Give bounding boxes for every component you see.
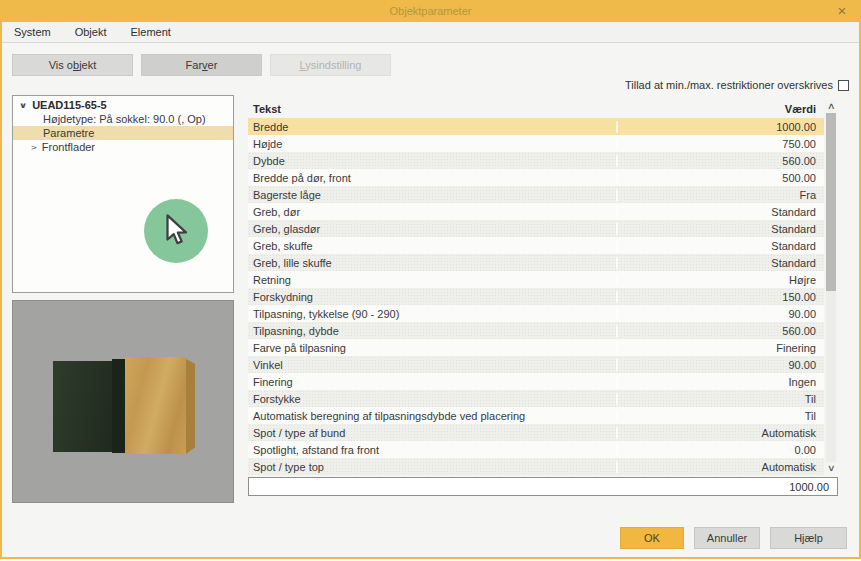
parameter-value[interactable]: 0.00 xyxy=(616,444,824,456)
table-row[interactable]: Bredde 1000.00 xyxy=(248,118,824,135)
tree-root-node[interactable]: ∨ UEAD115-65-5 xyxy=(13,96,233,112)
mouse-cursor-icon xyxy=(161,214,191,248)
parameter-value[interactable]: Til xyxy=(616,393,824,405)
scroll-down-icon[interactable]: ∨ xyxy=(827,462,836,475)
tree-item-frontflader-label: Frontflader xyxy=(42,141,95,153)
parameter-name: Spotlight, afstand fra front xyxy=(248,444,616,456)
parameter-value[interactable]: 500.00 xyxy=(616,172,824,184)
chevron-down-icon[interactable]: ∨ xyxy=(19,101,27,110)
table-row[interactable]: Automatisk beregning af tilpasningsdybde… xyxy=(248,407,824,424)
parameter-name: Spot / type top xyxy=(248,461,616,473)
table-row[interactable]: Farve på tilpasning Finering xyxy=(248,339,824,356)
parameter-name: Retning xyxy=(248,274,616,286)
parameter-name: Greb, dør xyxy=(248,206,616,218)
parameter-value[interactable]: Standard xyxy=(616,223,824,235)
table-row[interactable]: Bredde på dør, front 500.00 xyxy=(248,169,824,186)
parameter-name: Vinkel xyxy=(248,359,616,371)
parameter-name: Bredde xyxy=(248,121,616,133)
parameter-name: Tilpasning, dybde xyxy=(248,325,616,337)
table-row[interactable]: Forstykke Til xyxy=(248,390,824,407)
cabinet-wood-door xyxy=(125,357,186,454)
tree-root-label: UEAD115-65-5 xyxy=(32,99,107,111)
table-row[interactable]: Forskydning 150.00 xyxy=(248,288,824,305)
table-row[interactable]: Højde 750.00 xyxy=(248,135,824,152)
table-row[interactable]: Spot / type top Automatisk xyxy=(248,458,824,475)
parameter-value[interactable]: 750.00 xyxy=(616,138,824,150)
parameter-name: Finering xyxy=(248,376,616,388)
parameter-value[interactable]: Standard xyxy=(616,257,824,269)
chevron-right-icon[interactable]: > xyxy=(31,143,37,152)
table-row[interactable]: Greb, glasdør Standard xyxy=(248,220,824,237)
title-bar[interactable]: Objektparameter × xyxy=(0,0,861,22)
table-row[interactable]: Tilpasning, dybde 560.00 xyxy=(248,322,824,339)
parameter-value[interactable]: 150.00 xyxy=(616,291,824,303)
parameter-value[interactable]: Højre xyxy=(616,274,824,286)
cabinet-3d-preview[interactable] xyxy=(12,300,234,503)
objektparameter-dialog: Objektparameter × System Objekt Element … xyxy=(0,0,861,559)
table-row[interactable]: Finering Ingen xyxy=(248,373,824,390)
menu-bar: System Objekt Element xyxy=(2,22,859,43)
value-edit-input[interactable] xyxy=(248,477,838,496)
menu-system[interactable]: System xyxy=(14,26,51,38)
footer-buttons: OK Annuller Hjælp xyxy=(2,527,847,549)
cancel-button[interactable]: Annuller xyxy=(694,527,760,549)
farver-button[interactable]: Farver xyxy=(141,54,262,76)
lysindstilling-button: Lysindstilling xyxy=(270,54,391,76)
parameter-table: Tekst Værdi Bredde 1000.00 Højde 750.00 … xyxy=(248,100,838,475)
parameter-value[interactable]: Fra xyxy=(616,189,824,201)
table-row[interactable]: Bagerste låge Fra xyxy=(248,186,824,203)
override-restrictions-checkbox[interactable] xyxy=(838,80,849,91)
parameter-name: Tilpasning, tykkelse (90 - 290) xyxy=(248,308,616,320)
parameter-value[interactable]: Finering xyxy=(616,342,824,354)
window-title: Objektparameter xyxy=(390,5,472,17)
parameter-value[interactable]: Til xyxy=(616,410,824,422)
parameter-value[interactable]: 1000.00 xyxy=(616,121,824,133)
parameter-table-body: Bredde 1000.00 Højde 750.00 Dybde 560.00… xyxy=(248,118,824,475)
parameter-value[interactable]: 90.00 xyxy=(616,308,824,320)
parameter-value[interactable]: Automatisk xyxy=(616,427,824,439)
table-scrollbar[interactable]: ∧ ∨ xyxy=(824,100,838,475)
parameter-name: Greb, glasdør xyxy=(248,223,616,235)
parameter-value[interactable]: Ingen xyxy=(616,376,824,388)
table-row[interactable]: Greb, dør Standard xyxy=(248,203,824,220)
column-header-vaerdi[interactable]: Værdi xyxy=(616,103,824,115)
parameter-value[interactable]: Standard xyxy=(616,240,824,252)
ok-button[interactable]: OK xyxy=(620,527,684,549)
scroll-up-icon[interactable]: ∧ xyxy=(827,100,836,113)
table-row[interactable]: Greb, skuffe Standard xyxy=(248,237,824,254)
scrollbar-thumb[interactable] xyxy=(826,113,836,291)
menu-element[interactable]: Element xyxy=(130,26,170,38)
table-row[interactable]: Dybde 560.00 xyxy=(248,152,824,169)
parameter-value[interactable]: 90.00 xyxy=(616,359,824,371)
scrollbar-track[interactable] xyxy=(826,113,836,462)
parameter-value[interactable]: Automatisk xyxy=(616,461,824,473)
table-row[interactable]: Vinkel 90.00 xyxy=(248,356,824,373)
toolbar: Vis objekt Farver Lysindstilling xyxy=(12,54,391,76)
tree-item-hoejdetype[interactable]: Højdetype: På sokkel: 90.0 (, Op) xyxy=(13,112,233,126)
table-row[interactable]: Spot / type af bund Automatisk xyxy=(248,424,824,441)
cursor-highlight xyxy=(144,199,208,263)
parameter-value[interactable]: Standard xyxy=(616,206,824,218)
table-row[interactable]: Spotlight, afstand fra front 0.00 xyxy=(248,441,824,458)
parameter-value[interactable]: 560.00 xyxy=(616,325,824,337)
parameter-name: Forstykke xyxy=(248,393,616,405)
tree-item-parametre[interactable]: Parametre xyxy=(13,126,233,140)
parameter-name: Farve på tilpasning xyxy=(248,342,616,354)
parameter-value[interactable]: 560.00 xyxy=(616,155,824,167)
parameter-name: Bagerste låge xyxy=(248,189,616,201)
table-row[interactable]: Greb, lille skuffe Standard xyxy=(248,254,824,271)
close-icon[interactable]: × xyxy=(833,1,851,19)
parameter-name: Greb, lille skuffe xyxy=(248,257,616,269)
parameter-name: Dybde xyxy=(248,155,616,167)
object-tree-panel: ∨ UEAD115-65-5 Højdetype: På sokkel: 90.… xyxy=(12,95,234,293)
table-row[interactable]: Tilpasning, tykkelse (90 - 290) 90.00 xyxy=(248,305,824,322)
parameter-table-header: Tekst Værdi xyxy=(248,100,838,118)
vis-objekt-button[interactable]: Vis objekt xyxy=(12,54,133,76)
menu-objekt[interactable]: Objekt xyxy=(75,26,107,38)
table-row[interactable]: Retning Højre xyxy=(248,271,824,288)
column-header-tekst[interactable]: Tekst xyxy=(248,103,616,115)
cabinet-side-panel xyxy=(53,361,114,452)
tree-item-frontflader[interactable]: > Frontflader xyxy=(13,140,233,154)
help-button[interactable]: Hjælp xyxy=(770,527,847,549)
parameter-name: Forskydning xyxy=(248,291,616,303)
